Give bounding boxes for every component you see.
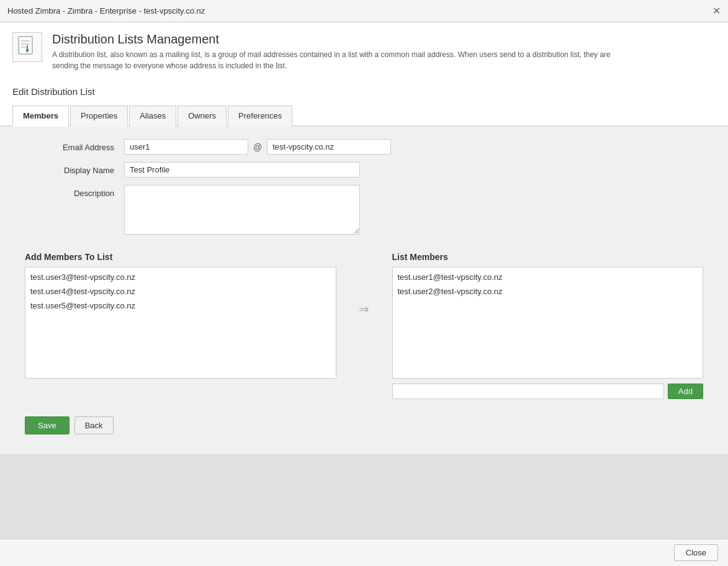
email-address-row: Email Address @ bbox=[12, 139, 716, 155]
action-buttons: Save Back bbox=[12, 409, 716, 442]
section-title: Edit Distribution List bbox=[0, 81, 728, 104]
save-button[interactable]: Save bbox=[25, 416, 70, 434]
form-section: Email Address @ Display Name Description bbox=[12, 139, 716, 252]
add-members-col: Add Members To List test.user3@test-vpsc… bbox=[25, 252, 336, 379]
list-item[interactable]: test.user5@test-vpscity.co.nz bbox=[25, 299, 336, 313]
add-member-input[interactable] bbox=[392, 384, 664, 399]
svg-rect-0 bbox=[19, 37, 32, 54]
tab-aliases[interactable]: Aliases bbox=[129, 106, 176, 127]
display-name-label: Display Name bbox=[25, 162, 124, 175]
header-text: Distribution Lists Management A distribu… bbox=[52, 32, 611, 71]
main-window: Distribution Lists Management A distribu… bbox=[0, 22, 728, 454]
list-members-listbox[interactable]: test.user1@test-vpscity.co.nz test.user2… bbox=[392, 267, 704, 379]
email-domain-input[interactable] bbox=[267, 139, 391, 155]
tabs-container: Members Properties Aliases Owners Prefer… bbox=[0, 104, 728, 127]
transfer-arrows: ⇒ bbox=[349, 252, 380, 317]
add-members-listbox[interactable]: test.user3@test-vpscity.co.nz test.user4… bbox=[25, 267, 336, 379]
members-section: Add Members To List test.user3@test-vpsc… bbox=[12, 252, 716, 409]
add-member-input-row: Add bbox=[392, 384, 704, 399]
title-bar-close-button[interactable]: ✕ bbox=[712, 6, 721, 16]
tab-properties[interactable]: Properties bbox=[70, 106, 128, 127]
list-item[interactable]: test.user4@test-vpscity.co.nz bbox=[25, 284, 336, 299]
page-description: A distribution list, also known as a mai… bbox=[52, 49, 611, 71]
description-label: Description bbox=[25, 185, 124, 198]
header-section: Distribution Lists Management A distribu… bbox=[0, 22, 728, 81]
tab-owners[interactable]: Owners bbox=[178, 106, 227, 127]
description-row: Description bbox=[12, 185, 716, 235]
email-at-symbol: @ bbox=[251, 142, 264, 152]
title-bar-text: Hosted Zimbra - Zimbra - Enterprise - te… bbox=[7, 6, 205, 16]
svg-rect-5 bbox=[27, 45, 28, 50]
add-members-title: Add Members To List bbox=[25, 252, 336, 262]
list-item[interactable]: test.user1@test-vpscity.co.nz bbox=[393, 270, 703, 284]
email-group: @ bbox=[124, 139, 391, 155]
list-item[interactable]: test.user2@test-vpscity.co.nz bbox=[393, 284, 703, 299]
display-name-input[interactable] bbox=[124, 162, 360, 177]
email-address-label: Email Address bbox=[25, 139, 124, 152]
add-member-button[interactable]: Add bbox=[668, 384, 703, 399]
title-bar: Hosted Zimbra - Zimbra - Enterprise - te… bbox=[0, 0, 728, 22]
close-button[interactable]: Close bbox=[674, 544, 718, 561]
footer-bar: Close bbox=[0, 539, 728, 566]
email-local-input[interactable] bbox=[124, 139, 248, 155]
transfer-arrow-icon[interactable]: ⇒ bbox=[359, 302, 369, 317]
description-textarea[interactable] bbox=[124, 185, 360, 235]
back-button[interactable]: Back bbox=[74, 416, 114, 434]
tab-members[interactable]: Members bbox=[12, 106, 69, 127]
header-icon bbox=[12, 32, 42, 62]
tab-preferences[interactable]: Preferences bbox=[228, 106, 292, 127]
list-members-title: List Members bbox=[392, 252, 704, 262]
page-title: Distribution Lists Management bbox=[52, 32, 611, 47]
list-members-col: List Members test.user1@test-vpscity.co.… bbox=[392, 252, 704, 399]
display-name-row: Display Name bbox=[12, 162, 716, 177]
tab-content-members: Email Address @ Display Name Description bbox=[0, 127, 728, 454]
list-item[interactable]: test.user3@test-vpscity.co.nz bbox=[25, 270, 336, 284]
